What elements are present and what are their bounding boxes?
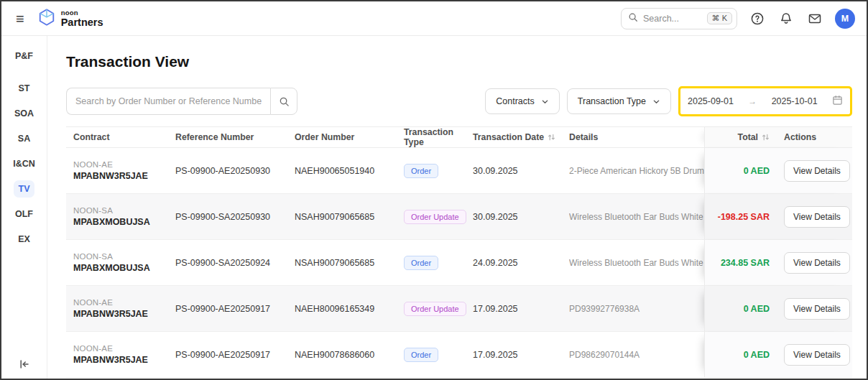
column-header-transaction-date[interactable]: Transaction Date — [473, 127, 569, 147]
transaction-type-badge: Order — [404, 164, 438, 178]
contract-code: NOON-AE — [73, 298, 148, 307]
order-number: NSAH90079065685 — [295, 240, 404, 285]
table-row: NOON-AE MPABNW3R5JAE PS-09900-AE20250917… — [66, 286, 852, 332]
reference-number: PS-09900-AE20250930 — [175, 148, 295, 193]
reference-number: PS-09900-AE20250917 — [175, 332, 295, 377]
view-details-button[interactable]: View Details — [784, 206, 850, 228]
column-header-reference-number: Reference Number — [175, 127, 295, 147]
sidebar-item-tv[interactable]: TV — [14, 180, 35, 198]
sidebar: P&F ST SOA SA I&CN TV OLF EX — [1, 36, 47, 379]
view-details-button[interactable]: View Details — [784, 160, 850, 182]
table-row: NOON-AE MPABNW3R5JAE PS-09900-AE20250930… — [66, 148, 852, 194]
notifications-button[interactable] — [777, 10, 795, 27]
transaction-type-badge: Order — [404, 348, 438, 362]
order-number: NAEH90078686060 — [295, 332, 404, 377]
date-range-arrow-icon: → — [748, 96, 757, 106]
total-amount: 234.85 SAR — [721, 258, 770, 268]
column-header-transaction-type: Transaction Type — [404, 127, 473, 147]
contract-id: MPABXMOBUJSA — [73, 217, 150, 227]
collapse-sidebar-icon — [19, 358, 30, 370]
top-bar: ≡ noon Partners Search... — [1, 1, 867, 36]
reference-number: PS-09900-AE20250917 — [175, 286, 295, 331]
chevron-down-icon — [652, 98, 660, 106]
order-search-button[interactable] — [270, 88, 297, 115]
order-number: NAEH80096165349 — [295, 286, 404, 331]
logo-partners-text: Partners — [61, 17, 103, 28]
transaction-type-dropdown-label: Transaction Type — [578, 96, 646, 106]
contract-id: MPABNW3R5JAE — [73, 355, 148, 365]
sidebar-item-st[interactable]: ST — [14, 80, 35, 97]
filters-bar: Contracts Transaction Type 2025-09-01 → … — [66, 86, 852, 116]
reference-number: PS-09900-SA20250924 — [175, 240, 295, 285]
order-number: NSAH90079065685 — [295, 194, 404, 239]
sidebar-item-olf[interactable]: OLF — [10, 205, 38, 223]
transaction-details: Wireless Bluetooth Ear Buds White — [569, 240, 704, 285]
contract-code: NOON-SA — [73, 252, 150, 261]
menu-button[interactable]: ≡ — [13, 10, 27, 27]
keyboard-shortcut-badge: ⌘ K — [707, 12, 732, 24]
global-search[interactable]: Search... ⌘ K — [621, 8, 737, 29]
total-amount: -198.25 SAR — [718, 212, 770, 222]
contract-id: MPABNW3R5JAE — [73, 171, 148, 181]
contracts-dropdown[interactable]: Contracts — [485, 88, 560, 114]
contract-code: NOON-AE — [73, 160, 148, 169]
sidebar-item-pf[interactable]: P&F — [10, 47, 38, 65]
order-search-group — [66, 88, 297, 115]
date-from-field[interactable]: 2025-09-01 — [688, 96, 734, 106]
transaction-date: 30.09.2025 — [473, 148, 569, 193]
transaction-type-badge: Order Update — [404, 210, 466, 224]
app-window: ≡ noon Partners Search... — [0, 0, 868, 380]
user-avatar[interactable]: M — [835, 9, 855, 29]
calendar-icon[interactable] — [832, 95, 843, 108]
question-circle-icon — [750, 11, 765, 26]
global-search-placeholder: Search... — [643, 14, 702, 24]
page-title: Transaction View — [66, 53, 852, 70]
table-body: NOON-AE MPABNW3R5JAE PS-09900-AE20250930… — [66, 148, 852, 378]
transaction-date: 24.09.2025 — [473, 240, 569, 285]
column-header-contract: Contract — [66, 127, 175, 147]
sidebar-item-soa[interactable]: SOA — [9, 105, 39, 122]
column-header-actions: Actions — [774, 132, 852, 142]
help-button[interactable] — [749, 10, 766, 27]
sidebar-item-icn[interactable]: I&CN — [8, 155, 40, 172]
total-amount: 0 AED — [744, 304, 770, 314]
transaction-details: PD98629070144A — [569, 332, 704, 377]
date-to-field[interactable]: 2025-10-01 — [772, 96, 818, 106]
contract-code: NOON-AE — [73, 344, 148, 353]
transaction-details: 2-Piece American Hickory 5B Drumstic — [569, 148, 704, 193]
column-header-details: Details — [569, 127, 704, 147]
view-details-button[interactable]: View Details — [784, 252, 850, 274]
main-content: Transaction View Contracts Transaction T… — [47, 36, 867, 379]
sidebar-item-ex[interactable]: EX — [13, 231, 35, 248]
transaction-date: 17.09.2025 — [473, 286, 569, 331]
view-details-button[interactable]: View Details — [784, 344, 850, 366]
sidebar-item-sa[interactable]: SA — [13, 130, 35, 147]
transaction-type-badge: Order — [404, 256, 438, 270]
transaction-date: 17.09.2025 — [473, 332, 569, 377]
column-header-order-number: Order Number — [295, 127, 404, 147]
messages-button[interactable] — [806, 10, 823, 27]
transaction-type-dropdown[interactable]: Transaction Type — [567, 88, 671, 114]
sort-icon — [548, 133, 555, 142]
reference-number: PS-09900-SA20250930 — [175, 194, 295, 239]
logo-noon-text: noon — [61, 9, 103, 17]
sort-icon — [762, 133, 770, 142]
order-search-input[interactable] — [66, 88, 270, 115]
table-header: Contract Reference Number Order Number T… — [66, 126, 852, 148]
date-range-picker[interactable]: 2025-09-01 → 2025-10-01 — [678, 86, 852, 116]
bell-icon — [779, 11, 793, 26]
chevron-down-icon — [541, 98, 549, 106]
brand-logo-icon — [37, 8, 56, 29]
search-icon — [628, 12, 638, 25]
contract-code: NOON-SA — [73, 206, 150, 215]
transaction-type-badge: Order Update — [404, 302, 466, 316]
column-header-total[interactable]: Total — [705, 132, 774, 142]
view-details-button[interactable]: View Details — [784, 298, 850, 320]
search-icon — [279, 96, 290, 107]
brand-logo[interactable]: noon Partners — [37, 8, 103, 29]
table-row: NOON-SA MPABXMOBUJSA PS-09900-SA20250924… — [66, 240, 852, 286]
transaction-date: 30.09.2025 — [473, 194, 569, 239]
sidebar-collapse-button[interactable] — [1, 358, 47, 370]
table-row: NOON-SA MPABXMOBUJSA PS-09900-SA20250930… — [66, 194, 852, 240]
table-row: NOON-AE MPABNW3R5JAE PS-09900-AE20250917… — [66, 332, 852, 378]
